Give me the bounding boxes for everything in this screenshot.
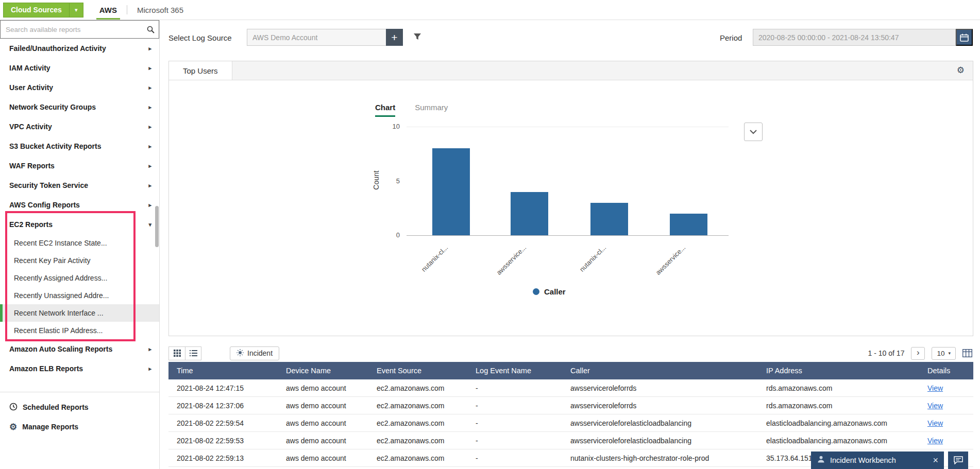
sidebar-divider [0,392,159,392]
add-log-source-button[interactable]: + [386,29,403,46]
period-field [753,29,973,46]
chart-legend[interactable]: Caller [533,287,566,296]
panel-settings-gear-icon[interactable]: ⚙ [957,66,965,75]
legend-swatch [533,288,539,295]
chart-area: Chart Summary Count 10 5 0 [169,80,973,336]
view-link[interactable]: View [927,402,943,410]
table-row[interactable]: 2021-08-24 12:47:15 aws demo account ec2… [168,379,973,397]
chevron-down-icon: ▾ [148,221,151,228]
x-tick-label: awsservice... [468,244,528,304]
bar-awsservice-2[interactable] [670,214,707,235]
view-link[interactable]: View [927,419,943,427]
chevron-right-icon: ▸ [148,45,151,52]
workbench-icon [817,455,825,465]
col-time[interactable]: Time [168,367,278,375]
cloud-sources-button[interactable]: Cloud Sources ▾ [3,3,83,18]
view-switcher [168,346,201,360]
chevron-right-icon: ▸ [148,182,151,189]
chevron-down-icon[interactable]: ▾ [69,3,83,17]
search-input[interactable] [1,26,142,33]
x-tick-label: nutanix-cl... [390,244,450,304]
table-row[interactable]: 2021-08-02 22:59:54 aws demo account ec2… [168,414,973,432]
sidebar-item-iam-activity[interactable]: IAM Activity▸ [0,58,159,78]
incident-workbench-bar[interactable]: Incident Workbench × [811,451,944,469]
filter-icon[interactable] [413,33,421,43]
tab-top-users[interactable]: Top Users [169,61,232,80]
period-input[interactable] [753,29,956,46]
chevron-right-icon: ▸ [148,124,151,130]
report-panel-tabs: Top Users ⚙ [169,61,973,80]
sidebar-item-user-activity[interactable]: User Activity▸ [0,78,159,97]
col-details[interactable]: Details [919,367,973,375]
chevron-right-icon: ▸ [148,84,151,91]
grid-view-icon[interactable] [169,347,185,360]
col-ip-address[interactable]: IP Address [758,367,919,375]
view-link[interactable]: View [927,437,943,445]
sidebar-scrollbar[interactable] [155,206,159,247]
tab-microsoft-365[interactable]: Microsoft 365 [129,0,191,20]
cloud-source-tabs: AWS Microsoft 365 [92,0,191,20]
sidebar-item-recent-elastic-ip-address[interactable]: Recent Elastic IP Address... [0,322,159,339]
chevron-right-icon: ▸ [148,143,151,150]
chevron-right-icon: ▸ [148,366,151,372]
view-link[interactable]: View [927,384,943,392]
log-source-input[interactable] [247,29,386,46]
x-tick-label: awsservice... [627,244,687,304]
chat-icon[interactable] [948,451,968,469]
page-size-dropdown[interactable]: 10 ▾ [932,347,956,360]
sidebar-item-recently-assigned-address[interactable]: Recently Assigned Address... [0,269,159,287]
pagination-text: 1 - 10 of 17 [868,349,905,357]
sidebar-item-recently-unassigned-address[interactable]: Recently Unassigned Addre... [0,287,159,304]
sidebar-item-aws-config-reports[interactable]: AWS Config Reports▸ [0,195,159,215]
sidebar-item-ec2-reports[interactable]: EC2 Reports▾ [0,215,159,234]
chevron-down-icon: ▾ [948,351,951,356]
incident-button[interactable]: Incident [230,346,279,360]
clock-icon [9,403,18,412]
sidebar-item-security-token-service[interactable]: Security Token Service▸ [0,176,159,195]
col-log-event-name[interactable]: Log Event Name [467,367,562,375]
sidebar-item-amazon-auto-scaling-reports[interactable]: Amazon Auto Scaling Reports▸ [0,339,159,359]
sidebar-item-amazon-elb-reports[interactable]: Amazon ELB Reports▸ [0,359,159,378]
scheduled-reports-button[interactable]: Scheduled Reports [0,397,159,417]
sidebar-item-vpc-activity[interactable]: VPC Activity▸ [0,117,159,136]
list-view-icon[interactable] [185,347,201,360]
incident-icon [236,349,244,358]
report-search-box [0,20,159,39]
tab-divider [127,5,127,14]
column-chooser-icon[interactable] [962,349,972,357]
report-category-list: Failed/Unauthorized Activity▸ IAM Activi… [0,39,159,378]
sidebar-item-s3-bucket-activity-reports[interactable]: S3 Bucket Activity Reports▸ [0,136,159,156]
next-page-button[interactable]: › [911,347,925,360]
sidebar-item-recent-ec2-instance-state[interactable]: Recent EC2 Instance State... [0,234,159,252]
report-panel: Top Users ⚙ Chart Summary Count 10 5 0 [168,61,973,336]
chevron-right-icon: ▸ [148,346,151,353]
sidebar-item-network-security-groups[interactable]: Network Security Groups▸ [0,97,159,117]
log-source-field: + [247,29,403,46]
search-icon[interactable] [142,26,159,33]
close-icon[interactable]: × [933,456,938,465]
sidebar-item-recent-network-interface[interactable]: Recent Network Interface ... [0,304,159,322]
bar-nutanix-1[interactable] [432,148,470,235]
table-toolbar: Incident 1 - 10 of 17 › 10 ▾ [168,345,973,361]
tab-aws[interactable]: AWS [92,0,125,20]
col-caller[interactable]: Caller [562,367,758,375]
manage-reports-button[interactable]: ⚙ Manage Reports [0,417,159,437]
table-row[interactable]: 2021-08-02 22:59:53 aws demo account ec2… [168,432,973,449]
legend-label: Caller [544,287,566,296]
col-device-name[interactable]: Device Name [278,367,368,375]
cloud-sources-label: Cloud Sources [4,3,69,17]
sidebar-item-waf-reports[interactable]: WAF Reports▸ [0,156,159,176]
period-label: Period [720,33,742,42]
chevron-right-icon: ▸ [148,202,151,209]
x-axis-line [407,235,729,236]
workbench-title: Incident Workbench [830,456,896,464]
bar-awsservice-1[interactable] [511,192,548,235]
col-event-source[interactable]: Event Source [368,367,467,375]
table-row[interactable]: 2021-08-24 12:37:06 aws demo account ec2… [168,397,973,414]
sidebar-item-failed-unauthorized-activity[interactable]: Failed/Unauthorized Activity▸ [0,39,159,58]
main-content: Select Log Source + Period Top Users ⚙ C… [160,20,980,469]
sidebar-item-recent-key-pair-activity[interactable]: Recent Key Pair Activity [0,252,159,269]
calendar-icon[interactable] [956,29,973,46]
chevron-right-icon: ▸ [148,163,151,169]
bar-nutanix-2[interactable] [590,203,628,235]
